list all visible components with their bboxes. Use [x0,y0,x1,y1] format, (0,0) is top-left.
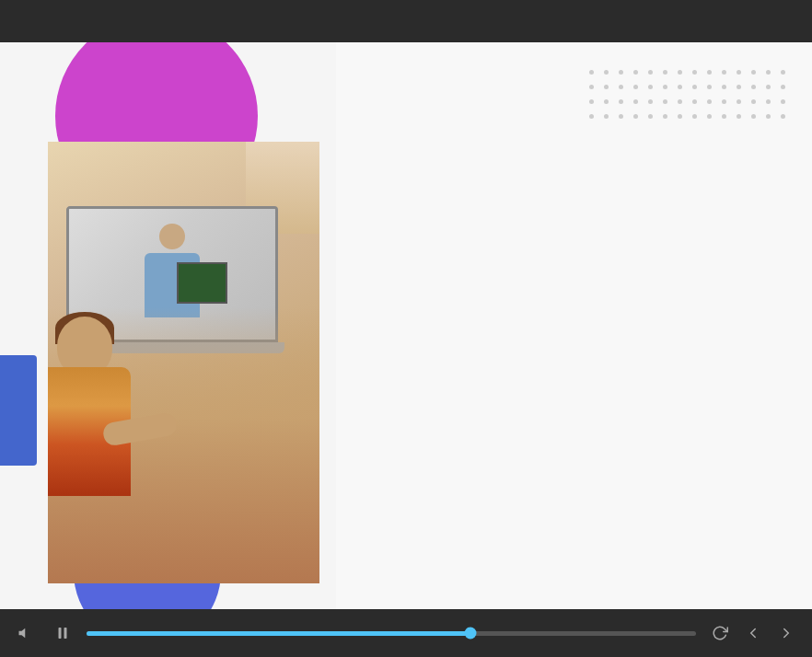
dot [604,70,609,75]
refresh-icon [712,625,728,641]
dot [781,114,785,119]
dot [692,114,697,119]
dot [619,85,623,89]
dot [692,99,697,104]
top-bar [0,0,812,42]
bottom-bar [0,609,812,657]
volume-icon [17,625,34,641]
dot [692,70,697,75]
dot [663,114,667,119]
prev-icon [745,625,761,641]
dot [589,114,594,119]
dot [648,99,653,104]
dot [751,114,756,119]
dot [781,99,785,104]
dot [751,99,756,104]
dot [678,70,682,75]
dot [737,85,741,89]
dot [663,85,667,89]
dot [678,85,682,89]
dot [737,99,741,104]
main-content: // Generate dots const grid = document.q… [0,42,812,609]
right-panel: // Generate dots const grid = document.q… [336,42,812,609]
dot [648,85,653,89]
progress-fill [87,631,470,636]
blackboard [177,262,227,304]
dot [737,70,741,75]
dot [633,99,638,104]
dot [737,114,741,119]
dot [604,85,609,89]
dot-grid-decoration: // Generate dots const grid = document.q… [589,70,794,127]
refresh-button[interactable] [707,620,733,646]
dot [663,70,667,75]
dot [678,114,682,119]
dot [678,99,682,104]
progress-bar[interactable] [87,631,696,636]
next-icon [778,625,795,641]
dot [722,99,726,104]
dot [722,114,726,119]
svg-marker-0 [19,628,26,639]
dot [633,85,638,89]
slide-image [48,142,319,583]
prev-button[interactable] [740,620,766,646]
teacher-head [159,224,185,249]
dot [707,70,712,75]
pause-icon [54,625,71,641]
dot [589,85,594,89]
dot [692,85,697,89]
dot [781,85,785,89]
child-overlay [48,307,319,583]
dot [633,114,638,119]
dot [648,70,653,75]
dot [604,114,609,119]
dot [722,70,726,75]
dot [619,99,623,104]
dot [589,70,594,75]
dot [722,85,726,89]
dot [619,114,623,119]
left-panel [0,42,336,609]
pause-button[interactable] [50,620,75,646]
dot [751,85,756,89]
dot [766,85,771,89]
dot [766,114,771,119]
svg-rect-3 [64,628,67,639]
right-controls [707,620,799,646]
dot [751,70,756,75]
volume-button[interactable] [13,620,39,646]
dot [707,85,712,89]
blue-rect-decoration [0,355,37,466]
svg-rect-2 [59,628,62,639]
progress-thumb [465,628,477,640]
dot [619,70,623,75]
dot [707,99,712,104]
next-button[interactable] [773,620,799,646]
dot [707,114,712,119]
dot [648,114,653,119]
dot [633,70,638,75]
dot [766,70,771,75]
dot [604,99,609,104]
dot [589,99,594,104]
dot [781,70,785,75]
dot [766,99,771,104]
dot [663,99,667,104]
